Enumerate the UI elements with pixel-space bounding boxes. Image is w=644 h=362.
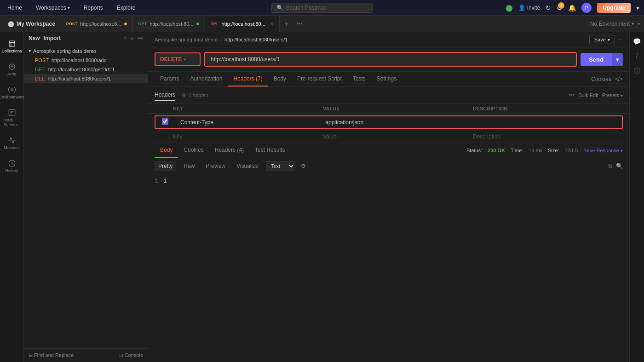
- tab-add-button[interactable]: +: [280, 20, 293, 28]
- user-icon: 👤: [518, 5, 525, 11]
- body-content: 1: [163, 178, 167, 184]
- tab-delete[interactable]: DEL http://localhost:80... ✕: [205, 16, 280, 32]
- search-response-icon[interactable]: 🔍: [616, 163, 623, 169]
- sidebar-new-button[interactable]: New: [29, 35, 40, 41]
- nav-workspaces[interactable]: Workspaces ▾: [33, 3, 73, 13]
- empty-description[interactable]: Description: [473, 133, 623, 140]
- size-label: Size:: [548, 148, 559, 153]
- filter-icon[interactable]: ⚙: [299, 161, 308, 171]
- sidebar-item-history[interactable]: History: [2, 155, 22, 177]
- find-replace-button[interactable]: ⊟ Find and Replace: [29, 352, 74, 358]
- tab-more-button[interactable]: •••: [293, 21, 306, 27]
- add-collection-icon[interactable]: +: [123, 35, 126, 41]
- fmt-tab-preview[interactable]: Preview: [202, 161, 229, 171]
- collection-group-header[interactable]: ▾ Aerospike spring data demo: [24, 46, 148, 56]
- resp-tab-cookies[interactable]: Cookies: [178, 143, 209, 158]
- method-get-label: GET: [35, 67, 46, 72]
- more-options-icon[interactable]: •••: [137, 35, 143, 41]
- cookies-link[interactable]: Cookies: [591, 76, 611, 82]
- bulk-edit-button[interactable]: Bulk Edit: [578, 92, 598, 98]
- env-collapse-icon[interactable]: ▾: [638, 21, 640, 27]
- row-checkbox[interactable]: [162, 118, 168, 125]
- workspace-tab[interactable]: ⬤ My Workspace: [2, 21, 61, 27]
- presets-button[interactable]: Presets ▾: [602, 92, 623, 98]
- copy-response-icon[interactable]: ⧉: [608, 163, 612, 169]
- nav-explore[interactable]: Explore: [114, 3, 138, 13]
- save-dropdown-icon[interactable]: ▾: [608, 37, 610, 42]
- method-select[interactable]: DELETE ▾: [155, 52, 201, 66]
- sidebar-import-button[interactable]: Import: [44, 35, 61, 41]
- breadcrumb-parent[interactable]: Aerospike spring data demo: [155, 37, 218, 42]
- request-item-post[interactable]: POST http://localhost:8080/add: [24, 56, 148, 65]
- save-button[interactable]: Save ▾: [589, 35, 615, 44]
- search-input[interactable]: 🔍 Search Postman: [271, 3, 373, 13]
- sidebar-item-collections[interactable]: Collections: [2, 36, 22, 57]
- tab-get[interactable]: GET http://localhost:80...: [133, 16, 205, 32]
- sidebar-item-apis[interactable]: APIs: [2, 59, 22, 80]
- sidebar-item-monitors[interactable]: Monitors: [2, 132, 22, 154]
- request-item-delete[interactable]: DEL http://localhost:8080/users/1: [24, 74, 148, 83]
- send-button-group: Send ▾: [581, 53, 623, 66]
- tab-body[interactable]: Body: [268, 72, 292, 86]
- response-section: Body Cookies Headers (4) Test Results St…: [148, 143, 629, 362]
- table-empty-row: Key Value Description: [148, 131, 629, 143]
- tab-tests[interactable]: Tests: [347, 72, 371, 86]
- fmt-tab-pretty[interactable]: Pretty: [155, 161, 176, 171]
- postman-agent-icon[interactable]: ⬤: [506, 4, 513, 11]
- list-view-icon[interactable]: ≡: [130, 35, 133, 41]
- search-bar: 🔍 Search Postman: [138, 3, 506, 13]
- status-value: 200 OK: [488, 148, 505, 153]
- row-value[interactable]: application/json: [325, 119, 470, 126]
- method-label: DELETE: [160, 56, 182, 63]
- chevron-env-icon: ▾: [632, 21, 634, 26]
- comment-icon[interactable]: 💬: [631, 36, 643, 47]
- headers-sub-tab-headers[interactable]: Headers: [155, 90, 175, 101]
- method-badge-get: GET: [138, 22, 147, 26]
- workspace-icon: ⬤: [8, 21, 14, 27]
- response-format-tabs: Pretty Raw Preview Visualize Text JSON H…: [148, 158, 629, 174]
- code-view-icon[interactable]: </>: [615, 76, 623, 82]
- refresh-icon[interactable]: ↻: [546, 4, 551, 11]
- upgrade-button[interactable]: Upgrade: [597, 3, 631, 13]
- send-dropdown-button[interactable]: ▾: [612, 53, 623, 66]
- text-format-select[interactable]: Text JSON HTML: [266, 161, 295, 171]
- breadcrumb-current: http://localhost:8080/users/1: [224, 37, 288, 42]
- time-value: 16 ms: [529, 148, 542, 153]
- resp-tab-headers[interactable]: Headers (4): [209, 143, 249, 158]
- collapse-icon[interactable]: ▾: [636, 4, 639, 11]
- tab-post[interactable]: POST http://localhost:8...: [61, 16, 133, 32]
- sidebar-item-mock-servers[interactable]: Mock Servers: [2, 105, 22, 131]
- more-icon-headers[interactable]: •••: [569, 92, 575, 98]
- resp-tab-body[interactable]: Body: [155, 143, 178, 158]
- tab-close-icon[interactable]: ✕: [270, 21, 274, 26]
- sidebar-item-environments[interactable]: Environments: [2, 82, 22, 103]
- console-button[interactable]: ⊡ Console: [119, 352, 143, 358]
- breadcrumb: Aerospike spring data demo / http://loca…: [148, 32, 629, 47]
- info-icon[interactable]: ⓘ: [632, 65, 642, 77]
- resp-tab-test-results[interactable]: Test Results: [249, 143, 290, 158]
- save-response-button[interactable]: Save Response ▾: [583, 148, 623, 153]
- row-key[interactable]: Content-Type: [180, 119, 325, 126]
- fmt-tab-visualize[interactable]: Visualize: [233, 161, 262, 171]
- empty-key[interactable]: Key: [173, 133, 323, 140]
- nav-reports[interactable]: Reports: [81, 3, 106, 13]
- tab-headers[interactable]: Headers (7): [228, 72, 268, 86]
- tab-params[interactable]: Params: [155, 72, 184, 86]
- invite-button[interactable]: 👤 Invite: [518, 5, 540, 11]
- avatar-icon[interactable]: P: [581, 3, 592, 13]
- tab-settings[interactable]: Settings: [371, 72, 402, 86]
- fmt-tab-raw[interactable]: Raw: [180, 161, 198, 171]
- tab-authorization[interactable]: Authorization: [184, 72, 228, 86]
- tab-pre-request-script[interactable]: Pre-request Script: [292, 72, 347, 86]
- empty-value[interactable]: Value: [323, 133, 473, 140]
- settings-icon[interactable]: ⚙ 1: [557, 4, 563, 11]
- send-button[interactable]: Send: [581, 53, 612, 66]
- shortcuts-icon[interactable]: /: [634, 51, 640, 62]
- bell-icon[interactable]: 🔔: [568, 4, 576, 11]
- request-item-get[interactable]: GET http://localhost:8080/get?Id=1: [24, 65, 148, 74]
- url-input[interactable]: [204, 52, 577, 67]
- no-environment-selector[interactable]: No Environment ▾: [590, 21, 634, 27]
- top-nav: Home Workspaces ▾ Reports Explore 🔍 Sear…: [0, 0, 644, 16]
- breadcrumb-more-icon[interactable]: ...: [619, 35, 623, 44]
- nav-home[interactable]: Home: [5, 3, 25, 13]
